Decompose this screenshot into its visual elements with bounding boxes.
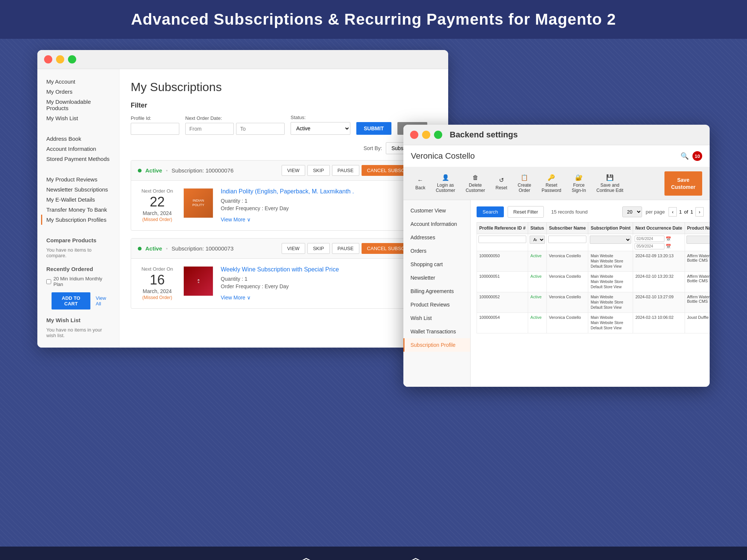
sidebar-item-wishlist[interactable]: My Wish List bbox=[41, 113, 115, 123]
sidebar-item-my-account[interactable]: My Account bbox=[41, 77, 115, 87]
sidebar-item-address-book[interactable]: Address Book bbox=[41, 134, 115, 144]
records-found: 15 records found bbox=[551, 209, 588, 215]
save-and-continue-label: Save andContinue Edit bbox=[596, 183, 623, 193]
backend-tl-red[interactable] bbox=[410, 131, 418, 139]
table-row: 100000051 Active Veronica Costello Main … bbox=[477, 272, 710, 292]
sidebar-wishlist-title: My Wish List bbox=[41, 315, 115, 325]
frontend-window: My Account My Orders My Downloadable Pro… bbox=[37, 50, 448, 348]
cell-id-3: 100000052 bbox=[477, 292, 528, 313]
product-frequency-2: Order Frequency : Every Day bbox=[221, 283, 429, 289]
sidebar-item-newsletter[interactable]: Newsletter Subscriptions bbox=[41, 184, 115, 195]
skip-button-2[interactable]: SKIP bbox=[307, 243, 330, 254]
profile-id-input[interactable] bbox=[131, 123, 179, 135]
order-date-num-1: 22 bbox=[139, 195, 176, 209]
sidebar-account-section: My Account My Orders My Downloadable Pro… bbox=[41, 77, 115, 123]
status-label: Status: bbox=[291, 115, 350, 120]
backend-sidebar-shopping-cart[interactable]: Shopping cart bbox=[403, 258, 470, 271]
table-search-button[interactable]: Search bbox=[477, 206, 504, 217]
traffic-light-green[interactable] bbox=[68, 55, 76, 63]
next-order-on-label-2: Next Order On bbox=[139, 266, 176, 272]
view-button-2[interactable]: VIEW bbox=[282, 243, 305, 254]
backend-sidebar-customer-view[interactable]: Customer View bbox=[403, 204, 470, 217]
login-as-customer-label: Login asCustomer bbox=[436, 183, 455, 193]
product-details-1: Indian Polity (English, Paperback, M. La… bbox=[221, 188, 388, 223]
backend-tl-yellow[interactable] bbox=[422, 131, 430, 139]
filter-profile-id[interactable] bbox=[478, 236, 526, 243]
footer-developed-by: Developed by bbox=[234, 559, 294, 560]
backend-tl-green[interactable] bbox=[434, 131, 442, 139]
sidebar-item-stored-payment[interactable]: Stored Payment Methods bbox=[41, 154, 115, 164]
force-sign-in-button[interactable]: 🔐 ForceSign-In bbox=[567, 171, 591, 196]
backend-sidebar-orders[interactable]: Orders bbox=[403, 244, 470, 258]
filter-status-select[interactable]: Activ... bbox=[530, 236, 545, 244]
product-name-1[interactable]: Indian Polity (English, Paperback, M. La… bbox=[221, 188, 388, 195]
adobe-commerce-logo-icon bbox=[409, 558, 422, 560]
reset-button[interactable]: ↺ Reset bbox=[491, 174, 512, 193]
sub-separator-1: • bbox=[166, 167, 168, 174]
delete-customer-button[interactable]: 🗑 DeleteCustomer bbox=[461, 171, 490, 196]
pause-button-1[interactable]: PAUSE bbox=[332, 165, 359, 176]
sidebar-item-downloadable[interactable]: My Downloadable Products bbox=[41, 97, 115, 113]
backend-sidebar-wish-list[interactable]: Wish List bbox=[403, 311, 470, 325]
save-customer-button[interactable]: SaveCustomer bbox=[664, 171, 702, 195]
sidebar-item-subscription-profiles[interactable]: My Subscription Profiles bbox=[41, 215, 115, 225]
status-active-1: Active bbox=[145, 167, 162, 174]
sidebar-item-product-reviews[interactable]: My Product Reviews bbox=[41, 174, 115, 184]
traffic-light-red[interactable] bbox=[44, 55, 52, 63]
delete-icon: 🗑 bbox=[472, 174, 478, 181]
back-button[interactable]: ← Back bbox=[411, 174, 430, 193]
skip-button-1[interactable]: SKIP bbox=[307, 165, 330, 176]
view-all-link[interactable]: View All bbox=[96, 295, 110, 307]
recently-item-checkbox[interactable] bbox=[46, 279, 51, 284]
view-more-1[interactable]: View More ∨ bbox=[221, 217, 251, 223]
force-sign-in-icon: 🔐 bbox=[575, 174, 583, 181]
create-order-button[interactable]: 📋 CreateOrder bbox=[513, 171, 536, 196]
backend-sidebar-product-reviews[interactable]: Product Reviews bbox=[403, 298, 470, 311]
backend-sidebar-addresses[interactable]: Addresses bbox=[403, 231, 470, 244]
cell-product-4: Joust Duffle Bag bbox=[685, 313, 710, 333]
backend-search-button[interactable]: 🔍 bbox=[681, 152, 689, 160]
sub-id-label-1: Subscription: 100000076 bbox=[171, 167, 233, 174]
reset-password-button[interactable]: 🔑 ResetPassword bbox=[537, 171, 566, 196]
cell-date-3: 2024-02-10 13:27:09 bbox=[633, 292, 685, 313]
status-dot-2 bbox=[138, 247, 142, 251]
login-as-customer-button[interactable]: 👤 Login asCustomer bbox=[431, 171, 460, 196]
pagination: ‹ 1 of 1 › bbox=[669, 207, 704, 217]
subscription-status-info-2: Active • Subscription: 100000073 bbox=[138, 245, 233, 252]
per-page-select[interactable]: 20 bbox=[622, 206, 642, 217]
cell-date-4: 2024-02-13 10:06:02 bbox=[633, 313, 685, 333]
sidebar-item-ewallet[interactable]: My E-Wallet Details bbox=[41, 195, 115, 205]
backend-sidebar-billing-agreements[interactable]: Billing Agreements bbox=[403, 284, 470, 298]
filter-date-to[interactable] bbox=[635, 243, 664, 249]
sidebar-item-account-info[interactable]: Account Information bbox=[41, 144, 115, 154]
submit-button[interactable]: SUBMIT bbox=[356, 122, 391, 135]
traffic-light-yellow[interactable] bbox=[56, 55, 64, 63]
pause-button-2[interactable]: PAUSE bbox=[332, 243, 359, 254]
customer-name: Veronica Costello bbox=[411, 151, 475, 161]
sub-id-label-2: Subscription: 100000073 bbox=[171, 245, 233, 252]
prev-page-button[interactable]: ‹ bbox=[669, 207, 677, 217]
filter-subscriber-name[interactable] bbox=[548, 236, 587, 243]
filter-subscription-point-select[interactable] bbox=[590, 236, 631, 244]
to-date-input[interactable] bbox=[236, 123, 285, 135]
add-to-cart-button[interactable]: ADD TO CART bbox=[52, 292, 90, 309]
filter-product-select[interactable] bbox=[686, 236, 710, 244]
view-more-2[interactable]: View More ∨ bbox=[221, 295, 251, 301]
from-date-input[interactable] bbox=[185, 123, 234, 135]
order-date-month-1: March, 2024 bbox=[139, 210, 176, 216]
next-page-button[interactable]: › bbox=[695, 207, 704, 217]
recently-item-label: 20 Min Iridium Monthly Plan bbox=[53, 276, 110, 287]
status-select[interactable]: Active bbox=[291, 122, 350, 135]
backend-sidebar-newsletter[interactable]: Newsletter bbox=[403, 271, 470, 284]
sidebar-item-my-orders[interactable]: My Orders bbox=[41, 87, 115, 97]
filter-date-from[interactable] bbox=[635, 236, 664, 242]
sidebar-item-transfer-money[interactable]: Transfer Money To Bank bbox=[41, 205, 115, 215]
product-name-2[interactable]: Weekly Wine Subscription with Special Pr… bbox=[221, 266, 429, 273]
backend-sidebar-account-info[interactable]: Account Information bbox=[403, 217, 470, 231]
table-reset-filter-button[interactable]: Reset Filter bbox=[508, 206, 543, 218]
backend-sidebar-wallet-transactions[interactable]: Wallet Transactions bbox=[403, 325, 470, 338]
backend-main: Search Reset Filter 15 records found 20 … bbox=[471, 200, 710, 387]
view-button-1[interactable]: VIEW bbox=[282, 165, 305, 176]
save-and-continue-button[interactable]: 💾 Save andContinue Edit bbox=[592, 171, 628, 196]
backend-sidebar-subscription-profile[interactable]: Subscription Profile bbox=[403, 338, 470, 352]
